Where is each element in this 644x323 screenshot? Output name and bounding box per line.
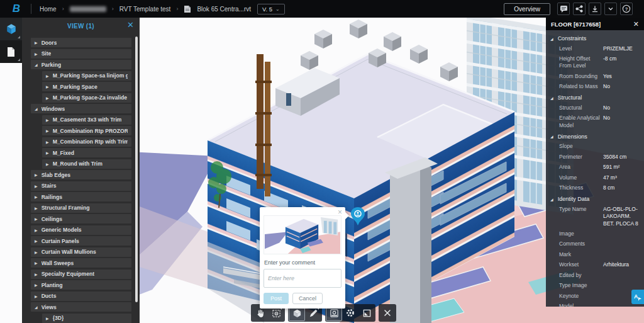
property-row: Comments [546, 239, 644, 249]
breadcrumb-item-folder[interactable]: RVT Template test [119, 6, 171, 13]
tree-scrollbar[interactable] [135, 37, 138, 302]
app-logo[interactable]: B [10, 3, 23, 15]
collapsed-arrow-icon: ▶ [35, 40, 38, 45]
property-section-header[interactable]: ◢Structural [546, 92, 644, 103]
post-button[interactable]: Post [264, 293, 289, 304]
tree-item-label: M_Parking Space-sa linijom gore [53, 72, 128, 79]
tree-item-label: M_Round with Trim [53, 161, 103, 167]
download-icon[interactable] [589, 3, 601, 15]
annotate-button[interactable]: A [631, 290, 644, 304]
hand-icon [255, 309, 265, 318]
tree-item[interactable]: ▶Generic Models [31, 225, 131, 235]
property-value: No [601, 83, 640, 90]
comment-pin[interactable] [350, 207, 366, 227]
tree-item[interactable]: ▶M_Parking Space-sa linijom gore [42, 71, 131, 81]
property-value: PRIZEMLJE [601, 45, 640, 52]
property-section-header[interactable]: ◢Constraints [546, 33, 644, 43]
property-section-header[interactable]: ◢Dimensions [546, 131, 644, 142]
expanded-arrow-icon: ◢ [550, 134, 553, 139]
overview-button[interactable]: Overview [504, 3, 550, 15]
property-row: StructuralNo [546, 103, 644, 113]
property-label: Type Name [559, 206, 601, 213]
svg-text:A: A [634, 293, 638, 300]
collapsed-arrow-icon: ▶ [35, 206, 38, 210]
property-label: Level [559, 45, 601, 52]
expanded-arrow-icon: ◢ [35, 305, 38, 309]
tree-item[interactable]: ▶Ducts [31, 292, 131, 301]
property-label: Related to Mass [559, 83, 601, 90]
cancel-button[interactable]: Cancel [292, 293, 323, 304]
property-label: Perimeter [559, 154, 601, 161]
property-section-name: Dimensions [558, 133, 587, 140]
property-label: Room Bounding [559, 73, 601, 80]
comment-input[interactable] [264, 269, 341, 288]
tree-item[interactable]: ▶Structural Framing [31, 203, 131, 213]
collapsed-arrow-icon: ▶ [46, 74, 49, 78]
breadcrumb-item-model[interactable]: Blok 65 Centra...rvt [197, 6, 251, 13]
properties-body: ◢ConstraintsLevelPRIZEMLJEHeight Offset … [546, 30, 644, 307]
property-section-header[interactable]: ◢Identity Data [546, 193, 644, 204]
fullscreen-icon [362, 309, 372, 318]
tree-item-label: Specialty Equipment [42, 271, 95, 277]
property-row: Mark [546, 249, 644, 259]
tree-item[interactable]: ▶{3D} [42, 314, 131, 323]
close-icon[interactable]: × [338, 208, 342, 217]
tree-item[interactable]: ▶M_Combination Rtp PROZOR [42, 126, 131, 135]
tree-item[interactable]: ▶M_Parking Space [42, 82, 131, 91]
close-icon[interactable]: ✕ [127, 21, 134, 30]
breadcrumb-item-redacted[interactable] [70, 6, 106, 12]
tree-item[interactable]: ▶Planting [31, 280, 131, 290]
chevron-right-icon: › [62, 6, 64, 12]
tree-item[interactable]: ▶M_Parking Space-Za invalide [42, 93, 131, 103]
property-section-name: Structural [558, 94, 582, 101]
close-toolbar-button[interactable] [379, 305, 396, 321]
tree-item[interactable]: ▶Railings [31, 192, 131, 201]
tree-item[interactable]: ▶Specialty Equipment [31, 269, 131, 279]
property-value: No [601, 105, 640, 111]
tree-item[interactable]: ▶Wall Sweeps [31, 258, 131, 268]
property-row: Area591 m² [546, 162, 644, 173]
tree-item[interactable]: ▶Curtain Wall Mullions [31, 247, 131, 257]
tree-item[interactable]: ◢Views [31, 302, 131, 312]
tree-item[interactable]: ▶Doors [31, 38, 131, 47]
tree-item[interactable]: ▶Slab Edges [31, 170, 131, 179]
chevron-down-icon: ⌄ [275, 6, 280, 12]
tree-item[interactable]: ▶M_Combination Rtp with Trim [42, 137, 131, 147]
tree-item-label: Parking [42, 62, 62, 68]
tree-item[interactable]: ▶M_Round with Trim [42, 159, 131, 169]
tree-item[interactable]: ◢Parking [31, 60, 131, 69]
chevron-down-icon[interactable] [604, 3, 617, 15]
tree-item[interactable]: ◢Windows [31, 104, 131, 113]
tree-item[interactable]: ▶Curtain Panels [31, 236, 131, 246]
documents-tab[interactable] [0, 40, 22, 63]
property-section-name: Constraints [558, 35, 587, 42]
tree-item[interactable]: ▶Stairs [31, 181, 131, 191]
collapsed-arrow-icon: ▶ [46, 118, 49, 122]
tree-item[interactable]: ▶M_Casement 3x3 with Trim [42, 115, 131, 125]
help-icon[interactable]: ? [620, 3, 633, 15]
comment-label: Enter your comment [264, 259, 341, 266]
property-label: Type Image [559, 282, 601, 289]
fullscreen-button[interactable] [358, 305, 375, 321]
close-icon[interactable]: ✕ [633, 21, 639, 28]
tree-item-label: Views [42, 304, 57, 310]
property-row: LevelPRIZEMLJE [546, 43, 644, 54]
model-cube-icon [6, 23, 17, 35]
tree-item-label: M_Parking Space-Za invalide [53, 94, 127, 101]
models-tab[interactable] [0, 18, 22, 40]
comment-icon[interactable] [557, 3, 570, 15]
collapsed-arrow-icon: ▶ [35, 294, 38, 298]
svg-text:?: ? [625, 6, 628, 12]
comment-popup: × Enter your comment Post Cancel [260, 207, 345, 309]
expanded-arrow-icon: ◢ [550, 96, 553, 100]
share-icon[interactable] [573, 3, 586, 15]
version-selector[interactable]: V. 5⌄ [257, 4, 285, 14]
tree-item[interactable]: ▶Site [31, 49, 131, 59]
tree-item[interactable]: ▶M_Fixed [42, 148, 131, 157]
breadcrumb-item-home[interactable]: Home [40, 6, 57, 13]
tree-item[interactable]: ▶Ceilings [31, 214, 131, 224]
collapsed-arrow-icon: ▶ [35, 52, 38, 56]
property-value: Yes [601, 73, 640, 80]
property-row: Enable Analytical ModelNo [546, 113, 644, 131]
property-value: Arhitektura [601, 261, 640, 268]
